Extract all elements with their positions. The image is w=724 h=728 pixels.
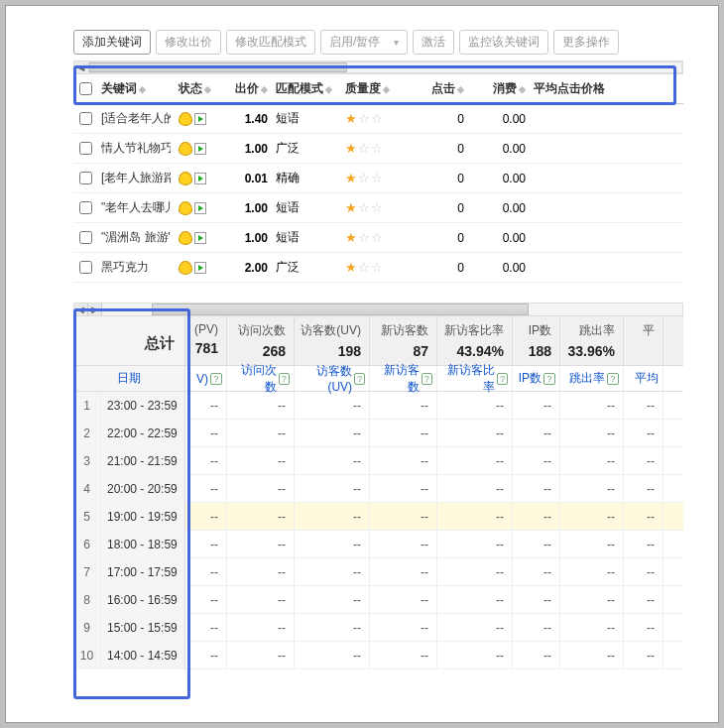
data-cell: -- <box>560 586 624 613</box>
more-button[interactable]: 更多操作 <box>553 30 619 55</box>
row-checkbox[interactable] <box>79 172 92 184</box>
data-cell: -- <box>624 475 664 502</box>
stats-header: 日期 V)? 访问次数? 访客数(UV)? 新访客数? 新访客比率? IP数? … <box>73 366 683 392</box>
add-keyword-button[interactable]: 添加关键词 <box>73 30 151 55</box>
scroll-thumb[interactable] <box>152 303 529 315</box>
hscroll2[interactable]: ◄ ► <box>73 303 683 316</box>
activate-button[interactable]: 激活 <box>413 30 454 55</box>
data-cell: -- <box>227 447 295 474</box>
data-cell: -- <box>624 392 664 419</box>
scroll-right-icon[interactable]: ► <box>88 303 102 315</box>
row-num: 3 <box>73 447 101 475</box>
scroll-thumb[interactable] <box>89 62 347 72</box>
col-visits[interactable]: 访问次数 <box>231 362 277 396</box>
help-icon[interactable]: ? <box>422 373 432 385</box>
data-cell: -- <box>295 614 370 641</box>
clicks-val: 0 <box>413 142 468 156</box>
data-cell: -- <box>227 475 295 502</box>
col-bounce[interactable]: 跳出率 <box>569 370 605 387</box>
row-checkbox[interactable] <box>79 261 92 274</box>
time-row[interactable]: 519:00 - 19:59---------------- <box>73 503 683 531</box>
edit-match-button[interactable]: 修改匹配模式 <box>226 30 315 55</box>
play-icon <box>194 202 206 214</box>
time-row[interactable]: 222:00 - 22:59---------------- <box>73 420 683 447</box>
col-ip[interactable]: IP数 <box>519 370 542 387</box>
col-clicks[interactable]: 点击 <box>431 80 455 97</box>
select-all-checkbox[interactable] <box>79 82 92 95</box>
time-row[interactable]: 816:00 - 16:59---------------- <box>73 586 683 614</box>
time-row[interactable]: 321:00 - 21:59---------------- <box>73 447 683 475</box>
data-cell: -- <box>370 475 437 502</box>
time-row[interactable]: 915:00 - 15:59---------------- <box>73 614 683 642</box>
time-row[interactable]: 420:00 - 20:59---------------- <box>73 475 683 503</box>
help-icon[interactable]: ? <box>354 373 365 385</box>
play-icon <box>194 262 206 274</box>
data-cell: -- <box>295 475 370 502</box>
data-cell: -- <box>513 614 560 641</box>
help-icon[interactable]: ? <box>279 373 290 385</box>
col-keyword[interactable]: 关键词 <box>101 80 137 97</box>
data-cell: -- <box>437 392 513 419</box>
col-new[interactable]: 新访客数 <box>374 362 420 396</box>
data-cell: -- <box>370 586 437 613</box>
scroll-left-icon[interactable]: ◄ <box>74 303 88 315</box>
data-cell: -- <box>227 586 295 613</box>
table-row[interactable]: "老年人去哪儿1.00短语★☆☆00.00 <box>73 193 683 223</box>
col-date[interactable]: 日期 <box>73 366 185 391</box>
table-row[interactable]: 情人节礼物巧1.00广泛★☆☆00.00 <box>73 134 683 164</box>
help-icon[interactable]: ? <box>210 373 222 385</box>
row-num: 8 <box>73 586 101 614</box>
uv-label: 访客数(UV) <box>299 322 361 339</box>
time-row[interactable]: 1014:00 - 14:59---------------- <box>73 642 683 669</box>
time-row[interactable]: 717:00 - 17:59---------------- <box>73 558 683 586</box>
data-cell: -- <box>624 642 664 668</box>
col-cost[interactable]: 消费 <box>493 80 517 97</box>
col-uv[interactable]: 访客数(UV) <box>299 363 352 394</box>
quality-stars: ★☆☆ <box>345 230 383 245</box>
data-cell: -- <box>513 503 560 530</box>
edit-bid-button[interactable]: 修改出价 <box>156 30 221 55</box>
table-row[interactable]: [适合老年人的1.40短语★☆☆00.00 <box>73 104 683 134</box>
table-row[interactable]: [老年人旅游路0.01精确★☆☆00.00 <box>73 164 683 193</box>
scroll-left-icon[interactable]: ◄ <box>74 61 88 73</box>
monitor-button[interactable]: 监控该关键词 <box>459 30 548 55</box>
table-row[interactable]: "湄洲岛 旅游"1.00短语★☆☆00.00 <box>73 223 683 253</box>
row-checkbox[interactable] <box>79 201 92 214</box>
col-rest[interactable]: 平均 <box>635 370 659 387</box>
col-match[interactable]: 匹配模式 <box>276 80 323 97</box>
row-checkbox[interactable] <box>79 231 92 244</box>
time-range: 18:00 - 18:59 <box>101 531 184 558</box>
sort-icon: ◆ <box>383 84 390 94</box>
help-icon[interactable]: ? <box>607 373 619 385</box>
quality-stars: ★☆☆ <box>345 141 383 156</box>
data-cell: -- <box>560 614 624 641</box>
enable-button[interactable]: 启用/暂停▾ <box>320 30 408 55</box>
scroll-track[interactable] <box>88 61 682 73</box>
data-cell: -- <box>370 392 437 419</box>
bulb-icon <box>179 261 192 275</box>
col-avgprice[interactable]: 平均点击价格 <box>534 80 605 97</box>
col-pv[interactable]: V) <box>196 372 208 386</box>
data-cell: -- <box>437 642 513 668</box>
col-status[interactable]: 状态 <box>179 80 202 97</box>
col-quality[interactable]: 质量度 <box>345 80 381 97</box>
hscroll[interactable]: ◄ <box>73 61 683 74</box>
sort-icon: ◆ <box>325 84 332 94</box>
data-cell: -- <box>185 420 227 446</box>
help-icon[interactable]: ? <box>497 373 508 385</box>
sort-icon: ◆ <box>519 84 526 94</box>
table-row[interactable]: 黑巧克力2.00广泛★☆☆00.00 <box>73 253 683 283</box>
col-newrate[interactable]: 新访客比率 <box>441 362 495 396</box>
scroll-track[interactable] <box>102 303 682 315</box>
cost-val: 0.00 <box>468 112 530 126</box>
time-row[interactable]: 123:00 - 23:59---------------- <box>73 392 683 420</box>
row-checkbox[interactable] <box>79 112 92 125</box>
row-checkbox[interactable] <box>79 142 92 155</box>
time-row[interactable]: 618:00 - 18:59---------------- <box>73 531 683 558</box>
match-val: 广泛 <box>272 140 341 157</box>
data-cell: -- <box>624 558 664 585</box>
quality-stars: ★☆☆ <box>345 171 383 185</box>
data-cell: -- <box>560 475 624 502</box>
col-bid[interactable]: 出价 <box>235 80 259 97</box>
help-icon[interactable]: ? <box>543 373 555 385</box>
